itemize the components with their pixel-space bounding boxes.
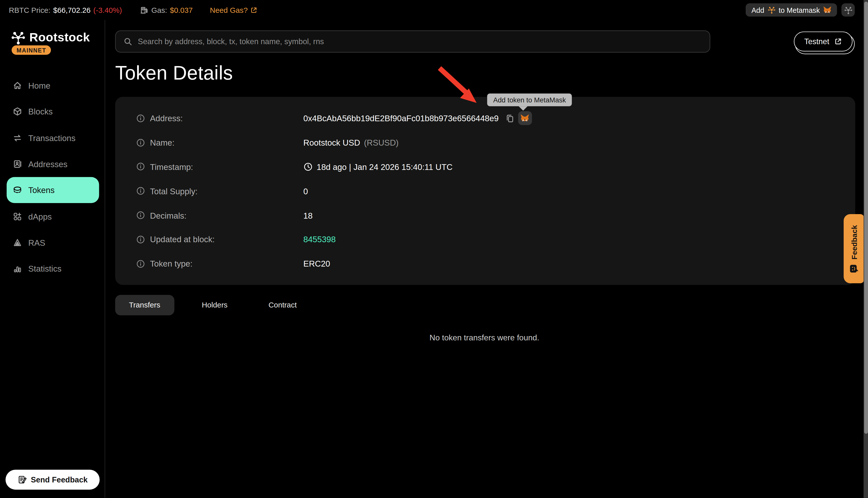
sidebar-item-tokens[interactable]: Tokens — [7, 177, 99, 203]
sidebar-item-label: Blocks — [28, 107, 52, 116]
testnet-label: Testnet — [804, 37, 829, 46]
token-symbol-value: (RSUSD) — [364, 138, 399, 147]
ras-icon — [13, 238, 22, 247]
rootstock-glyph-icon — [844, 6, 852, 14]
rootstock-logo-icon — [11, 30, 25, 45]
search-bar[interactable] — [115, 30, 710, 52]
detail-label: Updated at block: — [150, 235, 215, 244]
decimals-value: 18 — [303, 211, 313, 220]
sidebar-item-blocks[interactable]: Blocks — [7, 99, 99, 125]
rbtc-price-label: RBTC Price: — [9, 6, 50, 14]
info-icon — [136, 259, 145, 268]
need-gas-link[interactable]: Need Gas? — [210, 6, 258, 14]
metamask-fox-icon — [521, 114, 529, 122]
external-link-icon — [834, 38, 842, 45]
brand-logo[interactable]: Rootstock — [11, 30, 90, 45]
page-scrollbar[interactable] — [864, 0, 868, 498]
token-address-value: 0x4BcAbA56bb19dE2Bf90aFc01b8b973e6566448… — [303, 114, 499, 123]
feedback-chat-icon — [850, 264, 858, 273]
detail-row-timestamp: Timestamp: 18d ago | Jan 24 2026 15:40:1… — [115, 155, 855, 179]
rbtc-price-change: (-3.40%) — [93, 6, 122, 14]
tab-holders[interactable]: Holders — [189, 295, 241, 315]
external-link-icon — [250, 6, 258, 14]
metamask-fox-icon — [823, 6, 831, 14]
tab-transfers[interactable]: Transfers — [115, 295, 174, 315]
main-content: Testnet Token Details Add token to MetaM… — [105, 20, 864, 498]
detail-label: Total Supply: — [150, 186, 197, 196]
add-token-to-metamask-button[interactable] — [518, 112, 532, 125]
sidebar: Rootstock MAINNET Home Blocks Transactio… — [0, 20, 105, 498]
home-icon — [13, 81, 22, 90]
rootstock-token-icon — [767, 6, 775, 14]
network-stats: RBTC Price: $66,702.26 (-3.40%) Gas: $0.… — [9, 6, 258, 14]
scrollbar-thumb[interactable] — [864, 2, 868, 434]
updated-block-link[interactable]: 8455398 — [303, 235, 336, 244]
timestamp-value: 18d ago | Jan 24 2026 15:40:11 UTC — [317, 162, 453, 171]
topbar-actions: Add to Metamask — [746, 3, 855, 16]
empty-transfers-message: No token transfers were found. — [105, 333, 864, 342]
feedback-note-icon — [17, 475, 26, 484]
blocks-icon — [13, 107, 22, 116]
info-icon — [136, 211, 145, 220]
rootstock-explorer-screen: RBTC Price: $66,702.26 (-3.40%) Gas: $0.… — [0, 0, 868, 498]
header-row: Testnet — [115, 30, 852, 52]
search-input[interactable] — [138, 37, 702, 46]
send-feedback-button[interactable]: Send Feedback — [5, 470, 100, 489]
need-gas-label: Need Gas? — [210, 6, 248, 14]
token-name-value: Rootstock USD — [303, 138, 360, 147]
info-icon — [136, 114, 145, 123]
add-label: Add — [751, 6, 764, 14]
token-type-value: ERC20 — [303, 259, 330, 268]
detail-label: Token type: — [150, 259, 192, 268]
sidebar-nav: Home Blocks Transactions Addresses Token… — [7, 73, 99, 282]
sidebar-item-ras[interactable]: RAS — [7, 230, 99, 255]
gas-value: $0.037 — [170, 6, 193, 14]
sidebar-item-label: RAS — [28, 238, 45, 247]
copy-address-button[interactable] — [505, 114, 514, 123]
detail-label: Timestamp: — [150, 162, 193, 171]
network-badge: MAINNET — [12, 45, 51, 55]
statistics-icon — [13, 264, 22, 273]
copy-icon — [505, 114, 514, 123]
brand-name: Rootstock — [29, 30, 90, 45]
token-tabs: Transfers Holders Contract — [115, 295, 310, 315]
clock-icon — [303, 162, 313, 171]
transactions-icon — [13, 133, 22, 143]
detail-label: Address: — [150, 114, 183, 123]
tab-contract[interactable]: Contract — [255, 295, 310, 315]
token-details-panel: Address: 0x4BcAbA56bb19dE2Bf90aFc01b8b97… — [115, 97, 855, 285]
info-icon — [136, 138, 145, 147]
sidebar-item-label: Transactions — [28, 133, 75, 143]
sidebar-item-statistics[interactable]: Statistics — [7, 255, 99, 281]
detail-row-total-supply: Total Supply: 0 — [115, 179, 855, 203]
sidebar-item-home[interactable]: Home — [7, 73, 99, 99]
feedback-side-tab[interactable]: Feedback — [844, 214, 864, 284]
add-rbtc-to-metamask-button[interactable]: Add to Metamask — [746, 3, 837, 16]
gas-label: Gas: — [152, 6, 167, 14]
info-icon — [136, 162, 145, 171]
send-feedback-label: Send Feedback — [31, 475, 88, 484]
total-supply-value: 0 — [303, 186, 308, 196]
sidebar-item-label: Tokens — [28, 185, 54, 195]
to-metamask-label: to Metamask — [779, 6, 820, 14]
search-icon — [124, 37, 132, 46]
top-stats-bar: RBTC Price: $66,702.26 (-3.40%) Gas: $0.… — [0, 0, 868, 20]
page-title: Token Details — [115, 62, 233, 84]
rootstock-settings-button[interactable] — [841, 3, 855, 16]
detail-row-address: Address: 0x4BcAbA56bb19dE2Bf90aFc01b8b97… — [115, 106, 855, 131]
tooltip-text: Add token to MetaMask — [493, 96, 566, 104]
tokens-icon — [13, 185, 22, 195]
sidebar-item-label: dApps — [28, 212, 52, 221]
gas-pump-icon — [140, 6, 148, 14]
sidebar-item-addresses[interactable]: Addresses — [7, 151, 99, 177]
detail-row-name: Name: Rootstock USD (RSUSD) — [115, 131, 855, 155]
sidebar-item-transactions[interactable]: Transactions — [7, 125, 99, 151]
detail-row-token-type: Token type: ERC20 — [115, 251, 855, 276]
metamask-tooltip: Add token to MetaMask — [487, 93, 572, 106]
detail-label: Decimals: — [150, 211, 186, 220]
testnet-link-button[interactable]: Testnet — [794, 31, 852, 51]
sidebar-item-dapps[interactable]: dApps — [7, 203, 99, 230]
addresses-icon — [13, 159, 22, 169]
detail-row-decimals: Decimals: 18 — [115, 203, 855, 227]
feedback-tab-label: Feedback — [850, 225, 858, 259]
